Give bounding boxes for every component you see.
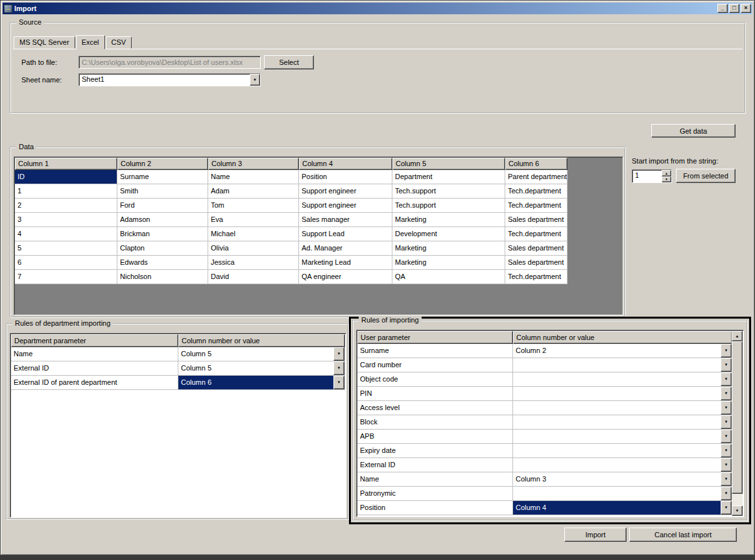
rule-param-cell[interactable]: APB — [357, 430, 513, 444]
chevron-down-icon[interactable]: ▼ — [721, 501, 732, 515]
tab-ms-sql-server[interactable]: MS SQL Server — [14, 36, 75, 49]
rule-value-combobox[interactable]: ▼ — [513, 458, 732, 472]
data-cell[interactable]: Tech.department — [505, 199, 568, 213]
data-cell[interactable]: 1 — [15, 184, 117, 199]
chevron-down-icon[interactable]: ▼ — [333, 376, 344, 389]
column-header[interactable]: Column 2 — [117, 158, 208, 170]
data-cell[interactable]: Sales manager — [299, 213, 392, 227]
data-cell[interactable]: 7 — [15, 270, 117, 284]
start-row-value[interactable]: 1 — [632, 170, 662, 182]
data-cell[interactable]: Marketing — [392, 241, 505, 256]
chevron-down-icon[interactable]: ▼ — [333, 347, 344, 361]
rule-value-combobox[interactable]: Column 3▼ — [513, 472, 732, 487]
column-header[interactable]: Column number or value — [513, 331, 732, 344]
data-cell[interactable]: QA — [392, 270, 505, 284]
data-cell[interactable]: Tom — [208, 199, 299, 213]
rule-value-combobox[interactable]: ▼ — [513, 358, 732, 372]
data-cell[interactable]: Surname — [117, 170, 208, 184]
maximize-button[interactable]: □ — [729, 4, 739, 13]
data-cell[interactable]: Sales department — [505, 256, 568, 270]
chevron-down-icon[interactable]: ▼ — [721, 458, 732, 472]
data-cell[interactable]: 4 — [15, 227, 117, 241]
chevron-down-icon[interactable]: ▼ — [721, 444, 732, 457]
data-cell[interactable]: Brickman — [117, 227, 208, 241]
get-data-button[interactable]: Get data — [651, 124, 736, 138]
chevron-down-icon[interactable]: ▼ — [721, 401, 732, 415]
rule-value-combobox[interactable]: ▼ — [513, 430, 732, 444]
select-file-button[interactable]: Select — [264, 55, 314, 69]
rule-param-cell[interactable]: Block — [357, 415, 513, 430]
data-cell[interactable]: Support engineer — [299, 199, 392, 213]
spin-down-icon[interactable]: ▼ — [662, 177, 671, 183]
rule-param-cell[interactable]: External ID — [11, 361, 178, 376]
chevron-down-icon[interactable]: ▼ — [333, 361, 344, 375]
column-header[interactable]: User parameter — [357, 331, 513, 344]
chevron-down-icon[interactable]: ▼ — [721, 430, 732, 443]
rule-value-combobox[interactable]: ▼ — [513, 372, 732, 387]
rule-param-cell[interactable]: Patronymic — [357, 487, 513, 501]
data-cell[interactable]: Support engineer — [299, 184, 392, 199]
chevron-down-icon[interactable]: ▼ — [721, 372, 732, 386]
data-cell[interactable]: Marketing Lead — [299, 256, 392, 270]
scroll-down-icon[interactable]: ▼ — [732, 505, 743, 516]
data-cell[interactable]: Clapton — [117, 241, 208, 256]
chevron-down-icon[interactable]: ▼ — [721, 472, 732, 486]
data-cell[interactable]: Edwards — [117, 256, 208, 270]
rule-param-cell[interactable]: Expiry date — [357, 444, 513, 458]
data-cell[interactable]: Tech.department — [505, 184, 568, 199]
data-cell[interactable]: Sales department — [505, 241, 568, 256]
rule-param-cell[interactable]: Card number — [357, 358, 513, 372]
data-cell[interactable]: Jessica — [208, 256, 299, 270]
column-header[interactable]: Column 6 — [505, 158, 568, 170]
data-cell[interactable]: Tech.department — [505, 227, 568, 241]
scrollbar-thumb[interactable] — [732, 341, 743, 494]
data-cell[interactable]: Adam — [208, 184, 299, 199]
rule-param-cell[interactable]: Name — [11, 347, 178, 361]
rule-value-combobox[interactable]: ▼ — [513, 415, 732, 430]
spin-up-icon[interactable]: ▲ — [662, 170, 671, 177]
scroll-up-icon[interactable]: ▲ — [732, 331, 743, 341]
rule-value-combobox[interactable]: Column 2▼ — [513, 344, 732, 358]
scrollbar-track[interactable] — [732, 341, 743, 505]
data-cell[interactable]: 3 — [15, 213, 117, 227]
start-row-spinner[interactable]: 1 ▲ ▼ — [632, 169, 672, 183]
data-cell[interactable]: 5 — [15, 241, 117, 256]
data-cell[interactable]: Tech.support — [392, 199, 505, 213]
column-header[interactable]: Column 3 — [208, 158, 299, 170]
column-header[interactable]: Column 5 — [392, 158, 505, 170]
import-button[interactable]: Import — [564, 528, 627, 542]
data-cell[interactable]: Tech.department — [505, 270, 568, 284]
data-cell[interactable]: Department — [392, 170, 505, 184]
sheet-name-combobox[interactable]: Sheet1 ▼ — [78, 73, 261, 86]
data-cell[interactable]: Ford — [117, 199, 208, 213]
data-cell[interactable]: Adamson — [117, 213, 208, 227]
tab-excel[interactable]: Excel — [76, 35, 105, 49]
chevron-down-icon[interactable]: ▼ — [721, 358, 732, 372]
rule-value-combobox[interactable]: ▼ — [513, 444, 732, 458]
data-cell[interactable]: Michael — [208, 227, 299, 241]
rule-param-cell[interactable]: External ID of parent department — [11, 376, 178, 390]
column-header[interactable]: Department parameter — [11, 334, 178, 347]
titlebar[interactable]: → Import _ □ × — [3, 3, 752, 14]
vertical-scrollbar[interactable]: ▲ ▼ — [732, 331, 743, 516]
rule-param-cell[interactable]: Position — [357, 501, 513, 515]
data-cell[interactable]: Development — [392, 227, 505, 241]
data-cell[interactable]: Parent department — [505, 170, 568, 184]
column-header[interactable]: Column 4 — [299, 158, 392, 170]
data-cell[interactable]: David — [208, 270, 299, 284]
data-cell[interactable]: Marketing — [392, 256, 505, 270]
data-cell[interactable]: 6 — [15, 256, 117, 270]
data-cell[interactable]: Position — [299, 170, 392, 184]
rule-param-cell[interactable]: Access level — [357, 401, 513, 415]
data-cell[interactable]: Olivia — [208, 241, 299, 256]
chevron-down-icon[interactable]: ▼ — [721, 344, 732, 358]
data-cell[interactable]: Ad. Manager — [299, 241, 392, 256]
rule-param-cell[interactable]: PIN — [357, 387, 513, 401]
data-cell[interactable]: ID — [15, 170, 117, 184]
cancel-last-import-button[interactable]: Cancel last import — [629, 528, 737, 542]
from-selected-button[interactable]: From selected — [676, 169, 736, 183]
column-header[interactable]: Column 1 — [15, 158, 117, 170]
chevron-down-icon[interactable]: ▼ — [721, 387, 732, 400]
minimize-button[interactable]: _ — [717, 4, 728, 13]
data-cell[interactable]: Name — [208, 170, 299, 184]
